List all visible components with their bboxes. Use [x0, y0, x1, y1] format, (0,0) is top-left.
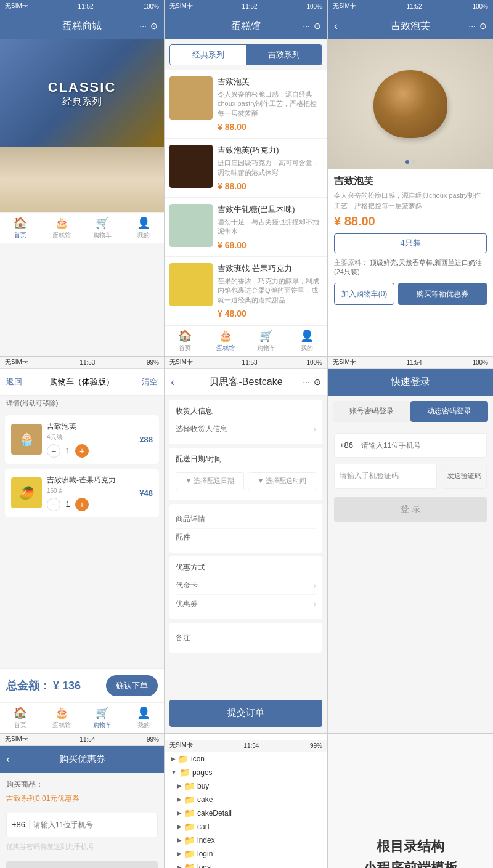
- coupon-back-btn[interactable]: ‹: [6, 753, 10, 766]
- tab-mine-4[interactable]: 👤 我的: [123, 706, 165, 729]
- tree-item-logs[interactable]: ▶ 📁 logs: [165, 861, 327, 868]
- camera-icon-2[interactable]: ⊙: [314, 21, 321, 31]
- tab-mine-2[interactable]: 👤 我的: [287, 329, 327, 352]
- arrow-pages: ▼: [171, 769, 177, 776]
- send-code-button[interactable]: 发送验证码: [442, 464, 487, 489]
- tab-cakeshop-1[interactable]: 🎂 蛋糕馆: [41, 216, 83, 240]
- arrow-login: ▶: [177, 850, 182, 857]
- tab-cart-4[interactable]: 🛒 购物车: [82, 706, 123, 729]
- tab-cake-label-2: 蛋糕馆: [216, 344, 235, 352]
- login-button[interactable]: 登 录: [334, 497, 487, 522]
- qty-plus-2[interactable]: +: [75, 498, 89, 511]
- coupon-confirm-button[interactable]: 确认支付: [6, 861, 158, 868]
- voucher-row[interactable]: 代金卡 ›: [176, 577, 316, 595]
- coupon-nav-title: 购买优惠券: [6, 753, 158, 765]
- nav-title-6: 快速登录: [391, 376, 430, 389]
- back-btn-5[interactable]: ‹: [171, 376, 174, 389]
- carrier-7: 无SIM卡: [5, 735, 28, 744]
- seg-jizhi[interactable]: 吉致系列: [246, 45, 322, 65]
- seg-classic[interactable]: 经典系列: [170, 45, 246, 65]
- nav-bar-1: 蛋糕商城 ··· ⊙: [0, 12, 164, 39]
- list-item[interactable]: 吉致牛轧糖(巴旦木味) 嚼劲十足，与舌尖撞也拥撞却不拖泥带水 ¥ 68.00: [165, 198, 327, 257]
- voucher-label: 代金卡: [176, 580, 198, 591]
- battery-7: 99%: [147, 736, 159, 743]
- cart-price-2: ¥48: [139, 489, 153, 498]
- more-icon-2[interactable]: ···: [303, 21, 310, 31]
- promo-line-1: 根目录结构: [340, 835, 481, 857]
- more-icon-3[interactable]: ···: [468, 21, 476, 31]
- cart-back-btn[interactable]: 返回: [6, 376, 22, 387]
- date-select[interactable]: ▼ 选择配送日期: [176, 472, 244, 490]
- tree-item-icon[interactable]: ▶ 📁 icon: [165, 752, 327, 766]
- product-name-1: 吉致泡芙: [218, 76, 322, 87]
- camera-icon-5[interactable]: ⊙: [314, 377, 321, 387]
- tab-cake-2[interactable]: 🎂 蛋糕馆: [205, 329, 246, 352]
- arrow-icon: ▶: [171, 755, 176, 762]
- qty-plus-1[interactable]: +: [75, 444, 89, 458]
- more-icon-5[interactable]: ···: [303, 377, 310, 387]
- nav-title-5: 贝思客-Bestcake: [209, 376, 282, 389]
- tree-item-cake[interactable]: ▶ 📁 cake: [165, 793, 327, 806]
- qty-num-2: 1: [63, 500, 73, 509]
- phone-input-row: +86: [334, 433, 487, 458]
- qty-minus-1[interactable]: −: [47, 444, 60, 458]
- time-select[interactable]: ▼ 选择配送时间: [248, 472, 316, 490]
- segment-control: 经典系列 吉致系列: [169, 44, 322, 65]
- tab-password-login[interactable]: 账号密码登录: [333, 401, 410, 422]
- nav-title-2: 蛋糕馆: [231, 20, 261, 33]
- tree-item-cart[interactable]: ▶ 📁 cart: [165, 820, 327, 834]
- add-to-cart-button[interactable]: 加入购物车(0): [334, 283, 394, 305]
- buy-coupon-button[interactable]: 购买等额优惠券: [398, 283, 487, 305]
- tab-home-4[interactable]: 🏠 首页: [0, 706, 41, 729]
- camera-icon-3[interactable]: ⊙: [479, 21, 487, 31]
- tree-item-cakedetail[interactable]: ▶ 📁 cakeDetail: [165, 806, 327, 820]
- coupon-phone-input[interactable]: [33, 821, 152, 829]
- hero-text: CLASSIC 经典系列: [48, 79, 116, 108]
- list-item[interactable]: 吉致班戟-芒果巧克力 芒果的香浓，巧克力的醇厚，制成内馅包裹进金柔Q弹的面饼里，…: [165, 257, 327, 325]
- screen-cart: 无SIM卡 11:53 99% 返回 购物车（体验版） 清空 详情(滑动可移除)…: [0, 357, 164, 733]
- action-row: 加入购物车(0) 购买等额优惠券: [334, 283, 487, 305]
- detail-product-desc: 令人兴奋的松脆口感，源自经典choux pastry制作工艺，严格把控每一层菠萝…: [334, 190, 487, 211]
- screen-cake-hall: 无SIM卡 11:52 100% 蛋糕馆 ··· ⊙ 经典系列 吉致系列 吉致泡…: [164, 0, 328, 356]
- accessories-row[interactable]: 配件: [176, 529, 316, 546]
- nav-icons-2: ··· ⊙: [303, 21, 321, 31]
- notes-row[interactable]: 备注: [176, 629, 316, 647]
- hero-zh: 经典系列: [48, 95, 116, 108]
- status-bar-8: 无SIM卡 11:54 99%: [165, 740, 327, 752]
- confirm-order-button[interactable]: 确认下单: [106, 675, 158, 696]
- qty-minus-2[interactable]: −: [47, 498, 60, 511]
- submit-order-button[interactable]: 提交订单: [169, 700, 322, 727]
- list-item[interactable]: 吉致泡芙(巧克力) 进口庄园级巧克力，高可可含量，调动味蕾的港式休彩 ¥ 88.…: [165, 139, 327, 198]
- code-input-6[interactable]: 请输入手机验证码: [334, 464, 437, 489]
- tab-cart-1[interactable]: 🛒 购物车: [82, 216, 123, 240]
- tab-dynamic-login[interactable]: 动态密码登录: [410, 401, 488, 422]
- product-info-1: 吉致泡芙 令人兴奋的松脆口感，源自经典choux pastry制作工艺，严格把控…: [218, 76, 322, 132]
- tab-mine-1[interactable]: 👤 我的: [123, 216, 165, 240]
- tree-item-index[interactable]: ▶ 📁 index: [165, 834, 327, 847]
- cart-clear-btn[interactable]: 清空: [142, 376, 158, 387]
- tab-cake-4[interactable]: 🎂 蛋糕馆: [41, 706, 83, 729]
- coupon-row[interactable]: 优惠券 ›: [176, 595, 316, 613]
- cart-total: 总金额： ¥ 136: [6, 678, 81, 693]
- tree-item-buy[interactable]: ▶ 📁 buy: [165, 779, 327, 793]
- tab-home-1[interactable]: 🏠 首页: [0, 216, 41, 240]
- camera-icon-1[interactable]: ⊙: [150, 21, 158, 31]
- status-bar-4: 无SIM卡 11:53 99%: [0, 357, 164, 369]
- product-detail-row[interactable]: 商品详情: [176, 510, 316, 529]
- cart-spec-1: 4只装: [47, 433, 134, 442]
- product-thumb-1: [169, 76, 213, 120]
- tree-label-index: index: [197, 836, 215, 845]
- tab-home-2[interactable]: 🏠 首页: [165, 329, 205, 352]
- back-btn-3[interactable]: ‹: [334, 20, 338, 33]
- quantity-selector[interactable]: 4只装: [334, 233, 487, 253]
- tree-item-pages[interactable]: ▼ 📁 pages: [165, 766, 327, 779]
- tree-item-login[interactable]: ▶ 📁 login: [165, 847, 327, 861]
- phone-input-6[interactable]: [361, 441, 481, 450]
- list-item[interactable]: 吉致泡芙 令人兴奋的松脆口感，源自经典choux pastry制作工艺，严格把控…: [165, 70, 327, 139]
- qty-num-1: 1: [63, 446, 73, 455]
- tab-cart-2[interactable]: 🛒 购物车: [246, 329, 287, 352]
- recipient-row[interactable]: 选择收货人信息 ›: [176, 420, 316, 438]
- cart-name-2: 吉致班戟-芒果巧克力: [47, 475, 134, 485]
- tab-cart-label-1: 购物车: [93, 231, 112, 240]
- more-icon-1[interactable]: ···: [139, 21, 147, 31]
